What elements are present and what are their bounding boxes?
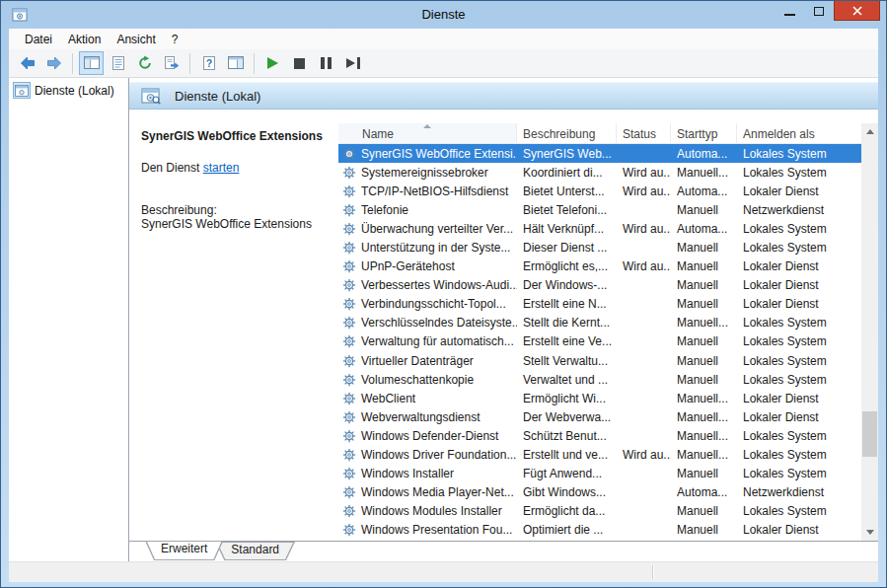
tree-item-dienste-lokal[interactable]: Dienste (Lokal) xyxy=(11,81,126,100)
list-header: Name Beschreibung Status Starttyp Anmeld… xyxy=(338,123,861,144)
table-row[interactable]: Virtueller Datenträger Stellt Verwaltu..… xyxy=(338,351,861,370)
menu-datei[interactable]: Datei xyxy=(17,31,60,48)
menu-aktion[interactable]: Aktion xyxy=(60,31,109,48)
service-starttype-cell: Automa... xyxy=(671,184,737,198)
table-row[interactable]: SynerGIS WebOffice Extensi... SynerGIS W… xyxy=(338,144,861,163)
service-name-cell: Systemereignissebroker xyxy=(361,166,488,180)
service-gear-icon xyxy=(342,467,356,480)
tab-erweitert[interactable]: Erweitert xyxy=(145,541,223,560)
service-starttype-cell: Manuell... xyxy=(671,392,737,405)
service-description-cell: Hält Verknüpf... xyxy=(517,222,617,236)
service-logon-cell: Lokaler Dienst xyxy=(737,259,861,273)
service-description-cell: Ermöglicht Wi... xyxy=(517,392,617,405)
view-tabs: Erweitert Standard xyxy=(129,541,878,561)
column-header-anmelden-als[interactable]: Anmelden als xyxy=(737,123,861,143)
toolbar-separator xyxy=(189,53,190,74)
service-gear-icon xyxy=(342,334,356,348)
column-header-name[interactable]: Name xyxy=(338,123,517,143)
column-header-beschreibung[interactable]: Beschreibung xyxy=(517,123,617,143)
start-service-link[interactable]: starten xyxy=(203,161,240,175)
stop-service-button[interactable] xyxy=(287,51,312,75)
table-row[interactable]: Verschlüsselndes Dateisyste... Stellt di… xyxy=(338,314,861,332)
pause-service-button[interactable] xyxy=(314,51,338,75)
forward-button[interactable] xyxy=(41,51,66,75)
tab-erweitert-label: Erweitert xyxy=(161,542,207,555)
service-status-cell: Wird au... xyxy=(617,259,671,273)
menu-ansicht[interactable]: Ansicht xyxy=(109,31,163,48)
column-header-status-label: Status xyxy=(623,127,656,141)
toolbar: ? xyxy=(9,49,878,78)
table-row[interactable]: WebClient Ermöglicht Wi... Manuell... Lo… xyxy=(338,389,861,407)
help-button[interactable]: ? xyxy=(196,51,221,75)
sort-ascending-icon xyxy=(423,124,431,128)
table-row[interactable]: Windows Media Player-Net... Gibt Windows… xyxy=(338,483,861,502)
table-row[interactable]: Systemereignissebroker Koordiniert di...… xyxy=(338,163,861,182)
table-row[interactable]: Webverwaltungsdienst Der Webverwa... Man… xyxy=(338,407,861,426)
show-action-pane-button[interactable] xyxy=(223,51,248,75)
console-tree-icon xyxy=(84,55,100,71)
properties-icon xyxy=(111,55,126,71)
refresh-button[interactable] xyxy=(132,51,157,75)
column-header-beschreibung-label: Beschreibung xyxy=(523,127,595,141)
table-row[interactable]: Verbessertes Windows-Audi... Der Windows… xyxy=(338,276,861,295)
table-row[interactable]: Verbindungsschicht-Topol... Erstellt ein… xyxy=(338,295,861,314)
service-gear-icon xyxy=(342,504,356,518)
caption-buttons xyxy=(775,1,880,21)
export-list-button[interactable] xyxy=(159,51,184,75)
description-text: SynerGIS WebOffice Extensions xyxy=(141,217,331,232)
service-description-cell: Bietet Telefoni... xyxy=(517,203,617,217)
show-console-tree-button[interactable] xyxy=(79,51,104,75)
service-status-cell: Wird au... xyxy=(617,166,671,180)
table-row[interactable]: Volumeschattenkopie Verwaltet und ... Ma… xyxy=(338,370,861,389)
table-row[interactable]: Windows Defender-Dienst Schützt Benut...… xyxy=(338,426,861,445)
toolbar-separator xyxy=(72,53,73,74)
service-gear-icon xyxy=(342,523,356,537)
service-gear-icon xyxy=(342,354,356,368)
services-list-pane: Name Beschreibung Status Starttyp Anmeld… xyxy=(338,110,878,541)
service-gear-icon xyxy=(342,166,356,180)
tab-standard[interactable]: Standard xyxy=(215,542,295,560)
tree-item-label: Dienste (Lokal) xyxy=(35,84,114,98)
table-row[interactable]: TCP/IP-NetBIOS-Hilfsdienst Bietet Unters… xyxy=(338,182,861,200)
service-description-cell: Stellt Verwaltu... xyxy=(517,354,617,368)
scroll-up-button[interactable] xyxy=(861,123,878,140)
service-description-cell: Verwaltet und ... xyxy=(517,373,617,387)
vertical-scrollbar[interactable] xyxy=(861,123,878,541)
service-description-cell: Optimiert die ... xyxy=(517,523,617,537)
service-logon-cell: Lokaler Dienst xyxy=(737,523,861,537)
maximize-button[interactable] xyxy=(804,1,834,21)
column-header-status[interactable]: Status xyxy=(617,123,671,143)
service-name-cell: Verschlüsselndes Dateisyste... xyxy=(361,316,517,330)
table-row[interactable]: Windows Installer Fügt Anwend... Manuell… xyxy=(338,465,861,483)
service-logon-cell: Lokales System xyxy=(737,222,861,236)
back-button[interactable] xyxy=(15,51,39,75)
service-description-cell: Ermöglicht da... xyxy=(517,504,617,518)
tab-standard-label: Standard xyxy=(231,543,279,556)
column-header-starttyp[interactable]: Starttyp xyxy=(671,123,737,143)
service-starttype-cell: Automa... xyxy=(671,147,737,161)
table-row[interactable]: Windows Presentation Fou... Optimiert di… xyxy=(338,521,861,540)
minimize-button[interactable] xyxy=(775,1,804,21)
table-row[interactable]: Unterstützung in der Syste... Dieser Die… xyxy=(338,238,861,257)
start-service-button[interactable] xyxy=(260,51,285,75)
table-row[interactable]: Windows Driver Foundation... Erstellt un… xyxy=(338,446,861,465)
table-row[interactable]: Telefonie Bietet Telefoni... Manuell Net… xyxy=(338,200,861,219)
restart-service-button[interactable] xyxy=(340,51,365,75)
service-name-cell: Webverwaltungsdienst xyxy=(361,410,480,424)
banner: Dienste (Lokal) xyxy=(129,82,878,110)
scrollbar-thumb[interactable] xyxy=(862,411,877,457)
titlebar[interactable]: Dienste xyxy=(1,1,886,29)
table-row[interactable]: Windows Modules Installer Ermöglicht da.… xyxy=(338,502,861,521)
service-logon-cell: Lokaler Dienst xyxy=(737,297,861,311)
service-description-cell: Erstellt eine N... xyxy=(517,297,617,311)
table-row[interactable]: Verwaltung für automatisch... Erstellt e… xyxy=(338,332,861,351)
close-button[interactable] xyxy=(834,1,880,21)
action-prefix: Den Dienst xyxy=(141,161,203,175)
table-row[interactable]: Überwachung verteilter Ver... Hält Verkn… xyxy=(338,219,861,238)
table-row[interactable]: UPnP-Gerätehost Ermöglicht es,... Wird a… xyxy=(338,257,861,276)
service-starttype-cell: Manuell... xyxy=(671,410,737,424)
scroll-down-button[interactable] xyxy=(861,524,878,541)
properties-button[interactable] xyxy=(106,51,130,75)
service-name-cell: Überwachung verteilter Ver... xyxy=(361,222,513,236)
menu-hilfe[interactable]: ? xyxy=(164,31,186,48)
